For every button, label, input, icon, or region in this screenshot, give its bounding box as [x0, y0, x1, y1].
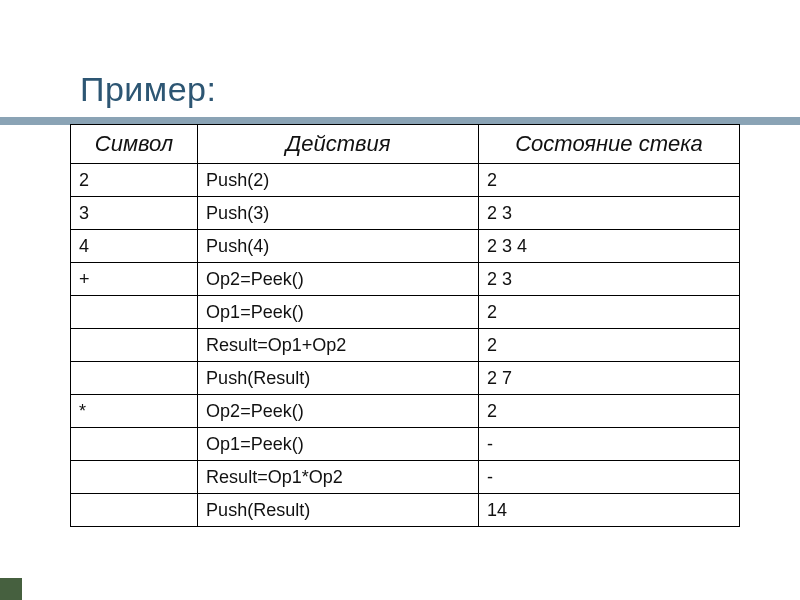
table-row: Push(Result) 2 7 — [71, 362, 740, 395]
page-title: Пример: — [0, 40, 800, 117]
cell-action: Result=Op1+Op2 — [198, 329, 479, 362]
table-row: Op1=Peek() 2 — [71, 296, 740, 329]
cell-stack: 2 3 — [479, 263, 740, 296]
cell-action: Result=Op1*Op2 — [198, 461, 479, 494]
cell-action: Push(Result) — [198, 362, 479, 395]
col-header-symbol: Символ — [71, 125, 198, 164]
cell-action: Push(3) — [198, 197, 479, 230]
cell-symbol: * — [71, 395, 198, 428]
table-row: + Op2=Peek() 2 3 — [71, 263, 740, 296]
cell-symbol — [71, 494, 198, 527]
col-header-action: Действия — [198, 125, 479, 164]
cell-action: Op2=Peek() — [198, 395, 479, 428]
table-row: 2 Push(2) 2 — [71, 164, 740, 197]
cell-symbol — [71, 329, 198, 362]
cell-symbol — [71, 461, 198, 494]
cell-stack: 14 — [479, 494, 740, 527]
table-row: Result=Op1*Op2 - — [71, 461, 740, 494]
example-table: Символ Действия Состояние стека 2 Push(2… — [70, 124, 740, 527]
cell-action: Op2=Peek() — [198, 263, 479, 296]
cell-symbol: 2 — [71, 164, 198, 197]
cell-symbol: 3 — [71, 197, 198, 230]
table-row: 4 Push(4) 2 3 4 — [71, 230, 740, 263]
cell-stack: 2 3 4 — [479, 230, 740, 263]
cell-symbol — [71, 428, 198, 461]
cell-stack: 2 — [479, 329, 740, 362]
cell-stack: 2 — [479, 164, 740, 197]
cell-action: Push(4) — [198, 230, 479, 263]
cell-action: Push(Result) — [198, 494, 479, 527]
table-row: 3 Push(3) 2 3 — [71, 197, 740, 230]
table-row: Result=Op1+Op2 2 — [71, 329, 740, 362]
cell-stack: - — [479, 428, 740, 461]
col-header-stack: Состояние стека — [479, 125, 740, 164]
cell-stack: 2 — [479, 296, 740, 329]
slide: Пример: Символ Действия Состояние стека … — [0, 0, 800, 600]
cell-symbol: + — [71, 263, 198, 296]
table-row: Push(Result) 14 — [71, 494, 740, 527]
cell-symbol: 4 — [71, 230, 198, 263]
cell-stack: 2 3 — [479, 197, 740, 230]
cell-symbol — [71, 362, 198, 395]
table-row: * Op2=Peek() 2 — [71, 395, 740, 428]
corner-accent — [0, 578, 22, 600]
table-header-row: Символ Действия Состояние стека — [71, 125, 740, 164]
cell-stack: 2 — [479, 395, 740, 428]
cell-stack: 2 7 — [479, 362, 740, 395]
cell-stack: - — [479, 461, 740, 494]
table-container: Символ Действия Состояние стека 2 Push(2… — [0, 124, 800, 527]
cell-action: Push(2) — [198, 164, 479, 197]
cell-action: Op1=Peek() — [198, 428, 479, 461]
table-row: Op1=Peek() - — [71, 428, 740, 461]
cell-symbol — [71, 296, 198, 329]
cell-action: Op1=Peek() — [198, 296, 479, 329]
